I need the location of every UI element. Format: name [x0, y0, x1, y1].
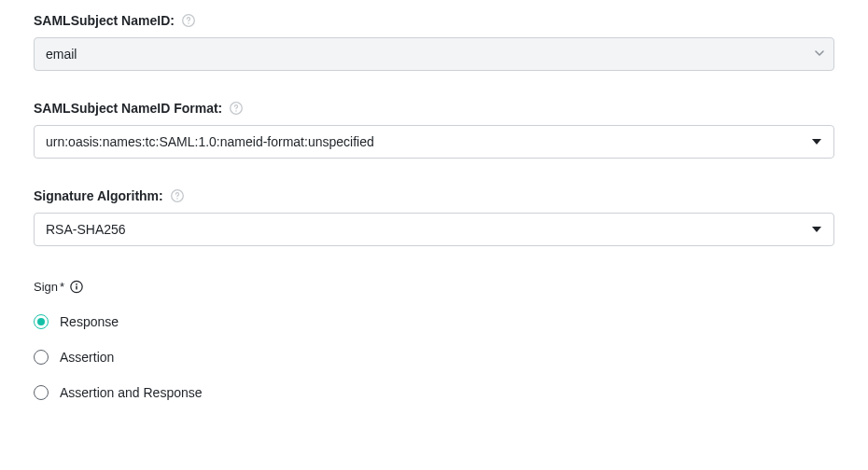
radio-option-assertion-and-response[interactable]: Assertion and Response — [34, 385, 834, 400]
help-icon[interactable] — [230, 102, 243, 115]
svg-point-1 — [188, 22, 189, 24]
sign-label-row: Sign* — [34, 280, 834, 294]
radio-label: Response — [60, 314, 119, 329]
radio-label: Assertion — [60, 350, 114, 365]
field-nameid: SAMLSubject NameID: email — [34, 13, 834, 71]
signature-algorithm-value: RSA-SHA256 — [46, 222, 126, 237]
signature-algorithm-select[interactable]: RSA-SHA256 — [34, 213, 834, 246]
svg-point-7 — [76, 283, 77, 285]
nameid-value: email — [46, 47, 77, 62]
radio-button — [34, 385, 49, 400]
help-icon[interactable] — [182, 14, 195, 27]
field-nameid-format: SAMLSubject NameID Format: urn:oasis:nam… — [34, 101, 834, 159]
radio-button — [34, 314, 49, 329]
help-icon[interactable] — [171, 189, 184, 202]
field-sign: Sign* Response Assertion Assertion and R… — [34, 280, 834, 400]
nameid-format-value: urn:oasis:names:tc:SAML:1.0:nameid-forma… — [46, 134, 374, 149]
label-row: SAMLSubject NameID Format: — [34, 101, 834, 116]
radio-option-assertion[interactable]: Assertion — [34, 350, 834, 365]
select-control: urn:oasis:names:tc:SAML:1.0:nameid-forma… — [34, 125, 834, 159]
field-signature-algorithm: Signature Algorithm: RSA-SHA256 — [34, 188, 834, 246]
select-control: RSA-SHA256 — [34, 213, 834, 246]
radio-button — [34, 350, 49, 365]
svg-point-3 — [235, 110, 237, 112]
select-control: email — [34, 37, 834, 71]
svg-point-5 — [176, 198, 178, 200]
nameid-format-label: SAMLSubject NameID Format: — [34, 101, 222, 116]
nameid-select[interactable]: email — [34, 37, 834, 71]
nameid-label: SAMLSubject NameID: — [34, 13, 175, 28]
radio-option-response[interactable]: Response — [34, 314, 834, 329]
sign-label: Sign* — [34, 280, 64, 294]
required-asterisk: * — [60, 280, 64, 294]
info-icon[interactable] — [70, 281, 83, 294]
nameid-format-select[interactable]: urn:oasis:names:tc:SAML:1.0:nameid-forma… — [34, 125, 834, 159]
svg-rect-8 — [76, 285, 77, 289]
label-row: Signature Algorithm: — [34, 188, 834, 203]
signature-algorithm-label: Signature Algorithm: — [34, 188, 163, 203]
radio-label: Assertion and Response — [60, 385, 203, 400]
sign-label-text: Sign — [34, 280, 58, 294]
label-row: SAMLSubject NameID: — [34, 13, 834, 28]
